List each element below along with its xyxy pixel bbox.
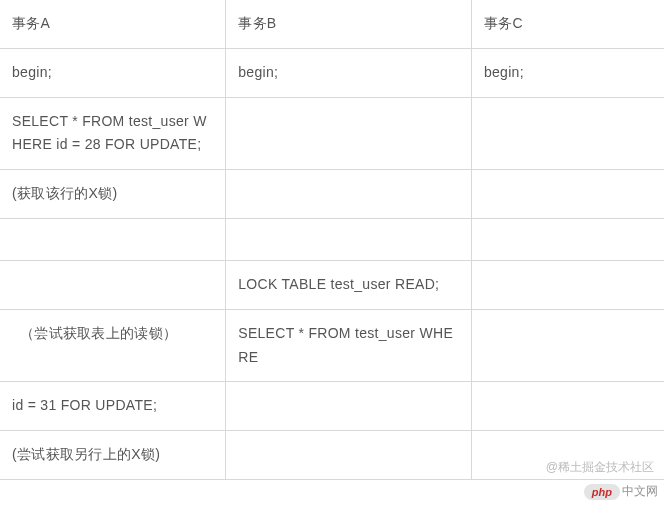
- cell-a: （尝试获取表上的读锁）: [0, 309, 226, 382]
- cell-b: [226, 170, 472, 219]
- table-row: begin; begin; begin;: [0, 48, 664, 97]
- cell-a: (获取该行的X锁): [0, 170, 226, 219]
- table-row: [0, 218, 664, 260]
- cell-c: [471, 382, 664, 431]
- cell-c: [471, 260, 664, 309]
- table-row: LOCK TABLE test_user READ;: [0, 260, 664, 309]
- cell-b: [226, 218, 472, 260]
- cell-c: [471, 218, 664, 260]
- cell-a: begin;: [0, 48, 226, 97]
- cell-b: [226, 431, 472, 480]
- cell-a: (尝试获取另行上的X锁): [0, 431, 226, 480]
- cell-b: [226, 97, 472, 170]
- cell-b: SELECT * FROM test_user WHERE: [226, 309, 472, 382]
- header-c: 事务C: [471, 0, 664, 48]
- header-a: 事务A: [0, 0, 226, 48]
- header-b: 事务B: [226, 0, 472, 48]
- table-row: SELECT * FROM test_user WHERE id = 28 FO…: [0, 97, 664, 170]
- php-logo-icon: php: [584, 484, 620, 500]
- cell-c: [471, 97, 664, 170]
- transaction-table: 事务A 事务B 事务C begin; begin; begin; SELECT …: [0, 0, 664, 480]
- php-logo-text: php: [592, 486, 612, 498]
- cell-c: [471, 170, 664, 219]
- juejin-watermark: @稀土掘金技术社区: [546, 459, 654, 476]
- cell-b: LOCK TABLE test_user READ;: [226, 260, 472, 309]
- php-watermark: php 中文网: [584, 483, 658, 500]
- php-label-text: 中文网: [622, 483, 658, 500]
- cell-a: SELECT * FROM test_user WHERE id = 28 FO…: [0, 97, 226, 170]
- cell-c: [471, 309, 664, 382]
- cell-a: id = 31 FOR UPDATE;: [0, 382, 226, 431]
- cell-b: [226, 382, 472, 431]
- cell-a: [0, 260, 226, 309]
- table-row: (获取该行的X锁): [0, 170, 664, 219]
- table-header-row: 事务A 事务B 事务C: [0, 0, 664, 48]
- table-row: （尝试获取表上的读锁） SELECT * FROM test_user WHER…: [0, 309, 664, 382]
- table-row: id = 31 FOR UPDATE;: [0, 382, 664, 431]
- cell-c: begin;: [471, 48, 664, 97]
- cell-b: begin;: [226, 48, 472, 97]
- cell-a: [0, 218, 226, 260]
